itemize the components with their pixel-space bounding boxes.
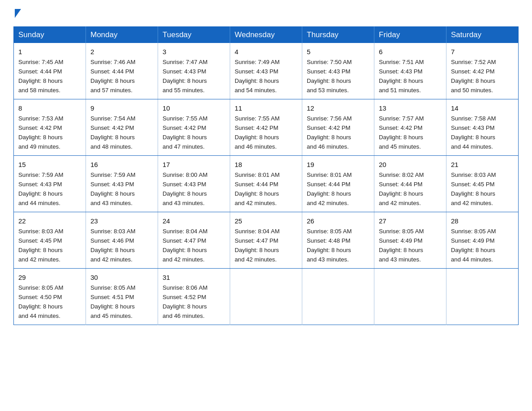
calendar-cell <box>446 268 519 325</box>
weekday-header-sunday: Sunday <box>14 27 86 43</box>
page-header <box>13 9 519 18</box>
day-number: 16 <box>90 159 153 170</box>
day-info: Sunrise: 8:01 AMSunset: 4:44 PMDaylight:… <box>307 171 352 206</box>
calendar-cell: 16Sunrise: 7:59 AMSunset: 4:43 PMDayligh… <box>86 155 158 212</box>
day-number: 17 <box>163 159 225 170</box>
day-number: 19 <box>307 159 369 170</box>
calendar-cell: 6Sunrise: 7:51 AMSunset: 4:43 PMDaylight… <box>374 43 446 99</box>
day-info: Sunrise: 8:01 AMSunset: 4:44 PMDaylight:… <box>235 171 279 206</box>
day-number: 28 <box>451 216 514 226</box>
day-number: 8 <box>18 103 81 113</box>
day-number: 5 <box>307 47 369 57</box>
day-number: 23 <box>90 216 153 226</box>
day-info: Sunrise: 8:05 AMSunset: 4:48 PMDaylight:… <box>307 228 352 263</box>
weekday-header-wednesday: Wednesday <box>230 27 302 43</box>
weekday-header-thursday: Thursday <box>302 27 374 43</box>
calendar-table: SundayMondayTuesdayWednesdayThursdayFrid… <box>13 26 519 325</box>
calendar-cell: 22Sunrise: 8:03 AMSunset: 4:45 PMDayligh… <box>14 212 86 268</box>
calendar-cell: 17Sunrise: 8:00 AMSunset: 4:43 PMDayligh… <box>158 155 230 212</box>
day-info: Sunrise: 7:51 AMSunset: 4:43 PMDaylight:… <box>379 59 424 94</box>
day-info: Sunrise: 8:00 AMSunset: 4:43 PMDaylight:… <box>163 171 207 206</box>
calendar-cell: 3Sunrise: 7:47 AMSunset: 4:43 PMDaylight… <box>158 43 230 99</box>
day-number: 15 <box>18 159 81 170</box>
day-info: Sunrise: 8:03 AMSunset: 4:46 PMDaylight:… <box>90 228 135 263</box>
calendar-cell <box>230 268 302 325</box>
calendar-cell: 26Sunrise: 8:05 AMSunset: 4:48 PMDayligh… <box>302 212 374 268</box>
day-number: 7 <box>451 47 514 57</box>
day-number: 26 <box>307 216 369 226</box>
calendar-cell: 12Sunrise: 7:56 AMSunset: 4:42 PMDayligh… <box>302 99 374 155</box>
day-number: 2 <box>90 47 153 57</box>
calendar-cell: 2Sunrise: 7:46 AMSunset: 4:44 PMDaylight… <box>86 43 158 99</box>
calendar-cell: 31Sunrise: 8:06 AMSunset: 4:52 PMDayligh… <box>158 268 230 325</box>
day-info: Sunrise: 8:05 AMSunset: 4:49 PMDaylight:… <box>379 228 424 263</box>
day-number: 3 <box>163 47 225 57</box>
day-info: Sunrise: 8:04 AMSunset: 4:47 PMDaylight:… <box>163 228 207 263</box>
weekday-header-friday: Friday <box>374 27 446 43</box>
day-info: Sunrise: 7:54 AMSunset: 4:42 PMDaylight:… <box>90 115 135 150</box>
calendar-cell: 29Sunrise: 8:05 AMSunset: 4:50 PMDayligh… <box>14 268 86 325</box>
day-number: 11 <box>235 103 297 113</box>
day-info: Sunrise: 7:47 AMSunset: 4:43 PMDaylight:… <box>163 59 207 94</box>
weekday-header-monday: Monday <box>86 27 158 43</box>
calendar-week-row: 22Sunrise: 8:03 AMSunset: 4:45 PMDayligh… <box>14 212 519 268</box>
calendar-week-row: 15Sunrise: 7:59 AMSunset: 4:43 PMDayligh… <box>14 155 519 212</box>
day-info: Sunrise: 8:04 AMSunset: 4:47 PMDaylight:… <box>235 228 279 263</box>
calendar-cell: 27Sunrise: 8:05 AMSunset: 4:49 PMDayligh… <box>374 212 446 268</box>
day-number: 12 <box>307 103 369 113</box>
day-info: Sunrise: 8:05 AMSunset: 4:50 PMDaylight:… <box>18 284 63 319</box>
weekday-header-tuesday: Tuesday <box>158 27 230 43</box>
day-number: 13 <box>379 103 442 113</box>
day-number: 1 <box>18 47 81 57</box>
logo-chevron-icon <box>15 9 21 18</box>
day-info: Sunrise: 7:56 AMSunset: 4:42 PMDaylight:… <box>307 115 352 150</box>
calendar-cell: 9Sunrise: 7:54 AMSunset: 4:42 PMDaylight… <box>86 99 158 155</box>
day-info: Sunrise: 8:05 AMSunset: 4:49 PMDaylight:… <box>451 228 496 263</box>
day-info: Sunrise: 7:49 AMSunset: 4:43 PMDaylight:… <box>235 59 279 94</box>
calendar-week-row: 29Sunrise: 8:05 AMSunset: 4:50 PMDayligh… <box>14 268 519 325</box>
day-info: Sunrise: 7:50 AMSunset: 4:43 PMDaylight:… <box>307 59 352 94</box>
day-info: Sunrise: 7:57 AMSunset: 4:42 PMDaylight:… <box>379 115 424 150</box>
day-number: 4 <box>235 47 297 57</box>
calendar-week-row: 1Sunrise: 7:45 AMSunset: 4:44 PMDaylight… <box>14 43 519 99</box>
calendar-cell: 21Sunrise: 8:03 AMSunset: 4:45 PMDayligh… <box>446 155 519 212</box>
calendar-cell: 19Sunrise: 8:01 AMSunset: 4:44 PMDayligh… <box>302 155 374 212</box>
day-info: Sunrise: 7:55 AMSunset: 4:42 PMDaylight:… <box>163 115 207 150</box>
day-info: Sunrise: 7:45 AMSunset: 4:44 PMDaylight:… <box>18 59 63 94</box>
calendar-cell: 1Sunrise: 7:45 AMSunset: 4:44 PMDaylight… <box>14 43 86 99</box>
logo <box>13 9 21 18</box>
day-info: Sunrise: 7:46 AMSunset: 4:44 PMDaylight:… <box>90 59 135 94</box>
calendar-cell: 7Sunrise: 7:52 AMSunset: 4:42 PMDaylight… <box>446 43 519 99</box>
day-number: 29 <box>18 272 81 283</box>
calendar-cell: 15Sunrise: 7:59 AMSunset: 4:43 PMDayligh… <box>14 155 86 212</box>
day-info: Sunrise: 7:55 AMSunset: 4:42 PMDaylight:… <box>235 115 279 150</box>
day-info: Sunrise: 7:53 AMSunset: 4:42 PMDaylight:… <box>18 115 63 150</box>
day-number: 31 <box>163 272 225 283</box>
calendar-week-row: 8Sunrise: 7:53 AMSunset: 4:42 PMDaylight… <box>14 99 519 155</box>
day-number: 20 <box>379 159 442 170</box>
calendar-cell <box>302 268 374 325</box>
day-number: 14 <box>451 103 514 113</box>
day-number: 10 <box>163 103 225 113</box>
calendar-cell: 25Sunrise: 8:04 AMSunset: 4:47 PMDayligh… <box>230 212 302 268</box>
calendar-cell: 28Sunrise: 8:05 AMSunset: 4:49 PMDayligh… <box>446 212 519 268</box>
day-info: Sunrise: 8:06 AMSunset: 4:52 PMDaylight:… <box>163 284 207 319</box>
day-number: 22 <box>18 216 81 226</box>
calendar-cell: 5Sunrise: 7:50 AMSunset: 4:43 PMDaylight… <box>302 43 374 99</box>
calendar-cell: 13Sunrise: 7:57 AMSunset: 4:42 PMDayligh… <box>374 99 446 155</box>
day-info: Sunrise: 8:03 AMSunset: 4:45 PMDaylight:… <box>451 171 496 206</box>
day-info: Sunrise: 7:52 AMSunset: 4:42 PMDaylight:… <box>451 59 496 94</box>
day-number: 21 <box>451 159 514 170</box>
day-number: 9 <box>90 103 153 113</box>
calendar-cell: 20Sunrise: 8:02 AMSunset: 4:44 PMDayligh… <box>374 155 446 212</box>
day-info: Sunrise: 7:59 AMSunset: 4:43 PMDaylight:… <box>18 171 63 206</box>
calendar-header-row: SundayMondayTuesdayWednesdayThursdayFrid… <box>14 27 519 43</box>
calendar-cell: 14Sunrise: 7:58 AMSunset: 4:43 PMDayligh… <box>446 99 519 155</box>
calendar-cell: 23Sunrise: 8:03 AMSunset: 4:46 PMDayligh… <box>86 212 158 268</box>
day-number: 25 <box>235 216 297 226</box>
day-info: Sunrise: 8:03 AMSunset: 4:45 PMDaylight:… <box>18 228 63 263</box>
calendar-cell: 4Sunrise: 7:49 AMSunset: 4:43 PMDaylight… <box>230 43 302 99</box>
day-info: Sunrise: 7:59 AMSunset: 4:43 PMDaylight:… <box>90 171 135 206</box>
calendar-cell: 18Sunrise: 8:01 AMSunset: 4:44 PMDayligh… <box>230 155 302 212</box>
calendar-cell: 24Sunrise: 8:04 AMSunset: 4:47 PMDayligh… <box>158 212 230 268</box>
